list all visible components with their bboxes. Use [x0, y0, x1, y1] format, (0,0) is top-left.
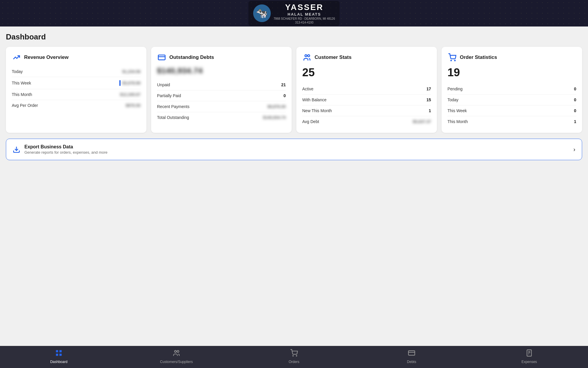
svg-point-14	[296, 355, 297, 356]
revenue-title: Revenue Overview	[24, 54, 69, 60]
orders-icon	[447, 53, 457, 62]
orders-row-today: Today 0	[447, 95, 576, 105]
revenue-label-today: Today	[12, 69, 23, 74]
orders-value-week: 0	[574, 108, 576, 113]
debts-row-partial: Partially Paid 0	[157, 90, 286, 101]
debts-row-total: Total Outstanding $140,934.74	[157, 112, 286, 123]
export-left: Export Business Data Generate reports fo…	[13, 144, 108, 155]
svg-point-11	[175, 350, 177, 352]
revenue-icon	[12, 53, 21, 62]
brand-address: 7868 SCHAEFER RD · DEARBORN, MI 48126	[274, 17, 335, 20]
dashboard-nav-icon	[55, 349, 63, 359]
week-bar	[119, 80, 121, 86]
revenue-label-week: This Week	[12, 81, 31, 85]
customers-icon	[302, 53, 312, 62]
nav-item-debts[interactable]: Debts	[353, 349, 470, 364]
svg-rect-9	[56, 354, 58, 356]
bottom-nav: Dashboard Customers/Suppliers Orders	[0, 346, 588, 368]
revenue-value-today: $1,234.56	[122, 69, 141, 74]
orders-value-pending: 0	[574, 87, 576, 91]
brand-name: YASSER	[274, 3, 335, 12]
customers-big-number: 25	[302, 66, 431, 79]
customers-card: Customer Stats 25 Active 17 With Balance…	[296, 47, 437, 133]
orders-nav-icon	[290, 349, 298, 359]
brand-phone: 313-414-4193	[274, 21, 335, 24]
customers-label-new: New This Month	[302, 108, 332, 113]
brand-logo: 🐄	[253, 4, 271, 22]
main-content: Dashboard Revenue Overview Today $1,234.…	[0, 26, 588, 346]
orders-label-today: Today	[447, 97, 458, 102]
revenue-card: Revenue Overview Today $1,234.56 This We…	[6, 47, 146, 133]
customers-rows: Active 17 With Balance 15 New This Month…	[302, 84, 431, 127]
svg-point-3	[308, 55, 310, 57]
customers-value-avgdebt: $5,637.37	[413, 119, 431, 124]
revenue-row-avg: Avg Per Order $876.50	[12, 100, 141, 111]
revenue-rows: Today $1,234.56 This Week $5,678.90 This…	[12, 66, 141, 111]
debts-label-partial: Partially Paid	[157, 93, 181, 98]
svg-point-5	[455, 60, 455, 61]
nav-label-dashboard: Dashboard	[50, 360, 68, 364]
expenses-nav-icon	[525, 349, 533, 359]
cards-grid: Revenue Overview Today $1,234.56 This We…	[6, 47, 582, 133]
revenue-row-month: This Month $12,345.67	[12, 89, 141, 100]
svg-rect-10	[59, 354, 62, 356]
debts-icon	[157, 53, 166, 62]
orders-label-week: This Week	[447, 108, 467, 113]
customers-row-balance: With Balance 15	[302, 95, 431, 105]
orders-label-pending: Pending	[447, 87, 462, 91]
orders-card-header: Order Statistics	[447, 53, 576, 62]
debts-label-recent: Recent Payments	[157, 104, 190, 109]
orders-row-month: This Month 1	[447, 116, 576, 127]
svg-point-12	[177, 350, 179, 352]
debts-rows: Unpaid 21 Partially Paid 0 Recent Paymen…	[157, 79, 286, 123]
orders-value-month: 1	[574, 119, 576, 124]
nav-item-orders[interactable]: Orders	[235, 349, 353, 364]
debts-label-unpaid: Unpaid	[157, 82, 170, 87]
revenue-label-avg: Avg Per Order	[12, 103, 38, 108]
orders-big-number: 19	[447, 66, 576, 79]
nav-label-orders: Orders	[289, 360, 300, 364]
app-header: 🐄 YASSER HALAL MEATS 7868 SCHAEFER RD · …	[0, 0, 588, 26]
page-title: Dashboard	[6, 32, 582, 42]
debts-nav-icon	[408, 349, 415, 359]
revenue-value-avg: $876.50	[126, 103, 141, 108]
nav-item-expenses[interactable]: Expenses	[470, 349, 588, 364]
svg-rect-8	[59, 350, 62, 352]
nav-label-customers: Customers/Suppliers	[160, 360, 193, 364]
customers-row-active: Active 17	[302, 84, 431, 95]
orders-card: Order Statistics 19 Pending 0 Today 0 Th…	[442, 47, 582, 133]
customers-value-active: 17	[426, 87, 431, 91]
export-banner[interactable]: Export Business Data Generate reports fo…	[6, 139, 582, 160]
debts-big-amount: $140,934.74	[157, 66, 286, 75]
debts-row-recent: Recent Payments $9,876.00	[157, 101, 286, 112]
debts-label-total: Total Outstanding	[157, 115, 189, 120]
nav-item-dashboard[interactable]: Dashboard	[0, 349, 118, 364]
svg-point-13	[293, 355, 293, 356]
customers-label-avgdebt: Avg Debt	[302, 119, 319, 124]
debts-title: Outstanding Debts	[169, 54, 214, 60]
brand-sub: HALAL MEATS	[274, 12, 335, 16]
orders-row-week: This Week 0	[447, 105, 576, 116]
customers-nav-icon	[173, 349, 180, 359]
export-text: Export Business Data Generate reports fo…	[24, 144, 108, 155]
customers-value-new: 1	[429, 108, 431, 113]
export-subtitle: Generate reports for orders, expenses, a…	[24, 150, 108, 155]
nav-item-customers[interactable]: Customers/Suppliers	[118, 349, 235, 364]
debts-card: Outstanding Debts $140,934.74 Unpaid 21 …	[151, 47, 292, 133]
customers-label-active: Active	[302, 87, 313, 91]
orders-rows: Pending 0 Today 0 This Week 0 This Month…	[447, 84, 576, 127]
svg-point-4	[451, 60, 451, 61]
customers-card-header: Customer Stats	[302, 53, 431, 62]
orders-row-pending: Pending 0	[447, 84, 576, 95]
customers-label-balance: With Balance	[302, 97, 326, 102]
brand-text: YASSER HALAL MEATS 7868 SCHAEFER RD · DE…	[274, 3, 335, 24]
debts-value-partial: 0	[283, 93, 286, 98]
debts-row-unpaid: Unpaid 21	[157, 79, 286, 90]
debts-value-unpaid: 21	[281, 82, 286, 87]
revenue-row-week: This Week $5,678.90	[12, 77, 141, 89]
revenue-value-month: $12,345.67	[120, 92, 141, 97]
customers-row-avgdebt: Avg Debt $5,637.37	[302, 116, 431, 127]
customers-value-balance: 15	[426, 97, 431, 102]
revenue-label-month: This Month	[12, 92, 32, 97]
export-title: Export Business Data	[24, 144, 108, 150]
